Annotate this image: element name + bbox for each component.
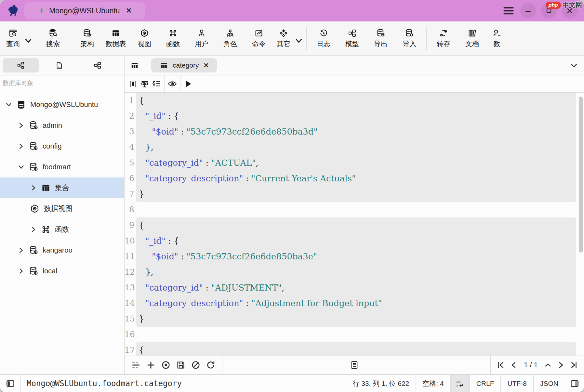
objects-tab-table-icon[interactable]	[130, 61, 139, 70]
toolbar-item-model[interactable]: 模型	[338, 23, 366, 53]
hamburger-menu-icon[interactable]	[502, 3, 515, 19]
tree-item-foodmart[interactable]: foodmart	[0, 157, 124, 177]
database-tree: Mongo@WSLUbuntu admin config foodmart 集合	[0, 91, 124, 281]
delete-record-icon[interactable]	[161, 360, 171, 370]
json-key: "$oid"	[152, 127, 178, 137]
tab-sql-file[interactable]: SQL	[41, 58, 77, 72]
page-indicator: 1 / 1	[523, 361, 539, 369]
toolbar-item-user[interactable]: 用户	[187, 23, 216, 53]
toolbar-item-query[interactable]: 查询	[3, 23, 23, 53]
connection-tab[interactable]: Mongo@WSLUbuntu ✕	[24, 2, 145, 19]
toggle-left-panel-button[interactable]	[0, 375, 21, 392]
encoding[interactable]: UTF-8	[500, 375, 533, 392]
panel-left-icon	[6, 379, 15, 388]
chevron-down-icon[interactable]	[5, 101, 12, 108]
file-format[interactable]: JSON	[533, 375, 565, 392]
object-filter-input[interactable]	[0, 80, 124, 87]
toolbar-item-command[interactable]: 命令	[245, 23, 273, 53]
tree-item-connection[interactable]: Mongo@WSLUbuntu	[0, 94, 124, 115]
page-up-icon[interactable]	[544, 361, 552, 369]
first-page-icon[interactable]	[497, 361, 505, 369]
editor-line: 4},	[125, 139, 584, 155]
tree-item-label: foodmart	[43, 163, 71, 171]
limit-rows-icon[interactable]	[131, 360, 141, 370]
tab-object-tree[interactable]	[3, 58, 39, 72]
fields-icon[interactable]	[128, 79, 138, 89]
line-number: 13	[125, 280, 136, 295]
query-dropdown-chevron-icon[interactable]	[23, 26, 33, 56]
toolbar-item-dump[interactable]: 转存	[429, 23, 458, 53]
toolbar-item-role[interactable]: 角色	[216, 23, 245, 53]
minimize-button[interactable]	[520, 3, 536, 19]
toolbar-item-schema[interactable]: 架构	[73, 23, 101, 53]
editor-line: 10"_id" : {	[125, 233, 584, 249]
toggle-right-panel-button[interactable]	[565, 375, 584, 392]
run-play-icon[interactable]	[183, 79, 193, 89]
validate-scale-icon[interactable]	[140, 79, 150, 89]
toolbar-item-view[interactable]: 视图	[130, 23, 159, 53]
indent-setting[interactable]: 空格: 4	[416, 375, 450, 392]
line-number: 7	[125, 186, 136, 202]
toolbar-item-function[interactable]: 函数	[159, 23, 187, 53]
doc-tab-close-icon[interactable]: ✕	[204, 61, 209, 69]
line-ending[interactable]: CRLF	[470, 375, 501, 392]
cancel-icon[interactable]	[191, 360, 201, 370]
tree-item-kangaroo[interactable]: kangaroo	[0, 240, 124, 261]
tree-icon	[17, 61, 25, 70]
chevron-right-icon[interactable]	[18, 247, 25, 254]
prev-page-icon[interactable]	[510, 361, 518, 369]
json-punct: },	[145, 142, 153, 152]
secondary-tabrow: SQL category ✕	[0, 56, 584, 75]
tree-item-collections[interactable]: 集合	[0, 177, 124, 198]
editor-line: 1{	[125, 93, 584, 108]
chevron-right-icon[interactable]	[30, 226, 37, 233]
json-key: "category_id"	[145, 283, 203, 293]
chevron-right-icon[interactable]	[30, 184, 37, 191]
mongodb-leaf-icon	[38, 6, 45, 15]
connection-tab-close-icon[interactable]: ✕	[126, 7, 132, 15]
tree-item-config[interactable]: config	[0, 136, 124, 157]
chevron-right-icon[interactable]	[18, 143, 25, 150]
tab-overflow-chevron-icon[interactable]	[570, 61, 578, 70]
other-dropdown-chevron-icon[interactable]	[294, 26, 304, 56]
json-string: "53c7c973ccf26e6de850ba3d"	[186, 127, 317, 137]
preview-eye-icon[interactable]	[167, 79, 177, 89]
line-number: 5	[125, 155, 136, 171]
kangaroo-logo-icon	[5, 3, 20, 18]
sidebar: Mongo@WSLUbuntu admin config foodmart 集合	[0, 75, 125, 374]
tree-item-local[interactable]: local	[0, 261, 124, 281]
vertical-scrollbar[interactable]	[579, 97, 583, 253]
form-view-icon[interactable]	[350, 360, 359, 370]
role-icon	[226, 29, 235, 38]
chevron-down-icon[interactable]	[18, 163, 25, 171]
chevron-right-icon[interactable]	[18, 122, 25, 129]
line-number: 17	[125, 342, 136, 356]
doc-tab-category[interactable]: category ✕	[151, 58, 217, 72]
last-page-icon[interactable]	[570, 361, 578, 369]
panel-right-icon	[570, 379, 579, 388]
toolbar-item-table[interactable]: 数据表	[101, 23, 130, 53]
tree-item-admin[interactable]: admin	[0, 115, 124, 136]
toolbar-item-log[interactable]: 日志	[309, 23, 338, 53]
line-number: 4	[125, 139, 136, 155]
add-record-icon[interactable]	[146, 360, 156, 370]
toolbar-item-clipped[interactable]: 数	[486, 23, 507, 53]
tab-diagram[interactable]	[79, 58, 116, 72]
json-punct: },	[145, 267, 153, 277]
word-wrap-toggle[interactable]: abc	[450, 375, 470, 392]
next-page-icon[interactable]	[557, 361, 565, 369]
refresh-icon[interactable]	[206, 360, 216, 370]
tree-item-label: 集合	[55, 183, 69, 193]
line-number: 14	[125, 295, 136, 311]
toolbar-item-import[interactable]: 导入	[395, 23, 424, 53]
toolbar-item-docs[interactable]: 文档	[458, 23, 486, 53]
tree-item-data-views[interactable]: 数据视图	[0, 198, 124, 219]
tree-item-functions[interactable]: 函数	[0, 219, 124, 240]
save-icon[interactable]	[176, 360, 186, 370]
json-editor-content[interactable]: 1{ 2"_id" : { 3"$oid" : "53c7c973ccf26e6…	[125, 93, 584, 356]
chevron-right-icon[interactable]	[18, 268, 25, 275]
sort-list-icon[interactable]	[152, 79, 161, 89]
toolbar-item-search[interactable]: 搜索	[39, 23, 67, 53]
toolbar-item-other[interactable]: 其它	[273, 23, 294, 53]
toolbar-item-export[interactable]: 导出	[366, 23, 395, 53]
